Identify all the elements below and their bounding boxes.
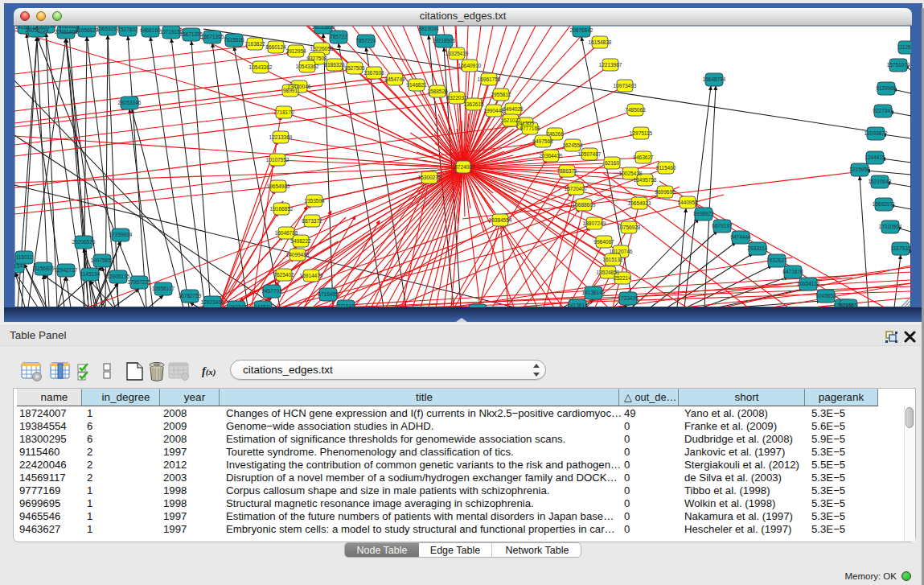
svg-text:10107552: 10107552 — [266, 157, 290, 163]
svg-text:16961758: 16961758 — [478, 76, 501, 82]
svg-text:9146821: 9146821 — [406, 82, 427, 88]
svg-text:10958117: 10958117 — [152, 286, 175, 291]
svg-text:2933114: 2933114 — [748, 245, 768, 251]
svg-text:1145194: 1145194 — [80, 271, 101, 277]
svg-text:16046788: 16046788 — [275, 230, 298, 236]
svg-text:2009140: 2009140 — [35, 26, 56, 29]
svg-text:1244415: 1244415 — [864, 154, 885, 160]
svg-text:1624554: 1624554 — [562, 142, 583, 148]
svg-text:7857224: 7857224 — [355, 38, 376, 43]
svg-text:15751074: 15751074 — [887, 62, 910, 68]
svg-text:1167533: 1167533 — [891, 245, 911, 251]
svg-text:10756928: 10756928 — [618, 225, 641, 230]
svg-text:8471676: 8471676 — [782, 269, 803, 274]
svg-text:19654985: 19654985 — [267, 183, 290, 189]
svg-text:16033809: 16033809 — [312, 26, 335, 30]
svg-text:7632621: 7632621 — [766, 257, 787, 263]
svg-text:9463627: 9463627 — [633, 154, 654, 160]
svg-text:9227341: 9227341 — [873, 108, 893, 113]
svg-text:17957225: 17957225 — [128, 279, 151, 285]
svg-text:11056829: 11056829 — [76, 27, 99, 33]
svg-text:7163822: 7163822 — [244, 41, 265, 47]
svg-text:16640910: 16640910 — [458, 63, 482, 68]
svg-text:10653267: 10653267 — [97, 26, 120, 31]
svg-text:18724007: 18724007 — [452, 164, 475, 170]
svg-text:8186328: 8186328 — [324, 62, 345, 68]
svg-text:20091406: 20091406 — [55, 29, 78, 35]
svg-text:1292347: 1292347 — [226, 304, 247, 307]
svg-text:12213967: 12213967 — [599, 62, 622, 68]
svg-text:16210643: 16210643 — [869, 179, 892, 184]
svg-text:3716485: 3716485 — [318, 291, 339, 297]
svg-text:13524851: 13524851 — [597, 270, 620, 275]
svg-text:17010504: 17010504 — [879, 224, 902, 229]
svg-text:1527602: 1527602 — [117, 27, 138, 32]
svg-text:17359924: 17359924 — [109, 232, 133, 237]
svg-text:13325419: 13325419 — [446, 51, 469, 56]
svg-text:16671355: 16671355 — [180, 31, 203, 37]
svg-text:15300273: 15300273 — [418, 175, 441, 180]
svg-text:1440953: 1440953 — [677, 200, 698, 205]
svg-text:1362615: 1362615 — [463, 101, 484, 107]
svg-text:10507487: 10507487 — [578, 151, 602, 157]
svg-text:20876842: 20876842 — [570, 27, 593, 33]
svg-text:20206576: 20206576 — [72, 239, 96, 245]
svg-text:9699695: 9699695 — [655, 189, 676, 195]
svg-text:1413614: 1413614 — [567, 303, 588, 307]
svg-text:3912954: 3912954 — [285, 48, 306, 54]
svg-text:1615132: 1615132 — [602, 257, 623, 262]
svg-text:9984067: 9984067 — [593, 239, 614, 245]
svg-text:9457791: 9457791 — [261, 288, 282, 294]
svg-text:8322037: 8322037 — [446, 95, 467, 101]
svg-text:6497568: 6497568 — [532, 138, 553, 144]
svg-text:6466160: 6466160 — [140, 27, 161, 33]
svg-text:2718170: 2718170 — [273, 109, 294, 115]
svg-text:14099483: 14099483 — [286, 252, 310, 257]
svg-text:6679197: 6679197 — [712, 223, 733, 229]
svg-text:12923466: 12923466 — [201, 299, 224, 305]
svg-text:7955812: 7955812 — [491, 92, 511, 97]
svg-text:10543362: 10543362 — [296, 64, 319, 69]
svg-text:6494028: 6494028 — [503, 106, 524, 112]
svg-text:115011: 115011 — [16, 254, 33, 260]
svg-text:10543362: 10543362 — [249, 64, 273, 70]
svg-text:16671355: 16671355 — [201, 34, 224, 39]
svg-text:19654923: 19654923 — [628, 200, 651, 206]
svg-text:9327508: 9327508 — [306, 56, 327, 61]
svg-text:8938923: 8938923 — [693, 211, 714, 216]
svg-text:19384554: 19384554 — [489, 217, 512, 223]
svg-text:19975857: 19975857 — [91, 257, 114, 263]
svg-text:19166852: 19166852 — [270, 206, 294, 212]
svg-text:8813094: 8813094 — [418, 26, 439, 31]
svg-text:9527505: 9527505 — [344, 65, 365, 71]
svg-text:12942737: 12942737 — [55, 267, 78, 273]
svg-text:18807249: 18807249 — [583, 220, 606, 226]
svg-text:11156829: 11156829 — [32, 266, 55, 271]
svg-text:12905135: 12905135 — [107, 274, 130, 279]
svg-text:371648: 371648 — [337, 303, 355, 307]
svg-text:12213369: 12213369 — [269, 134, 293, 140]
svg-text:9474444: 9474444 — [730, 234, 751, 240]
svg-text:8873372: 8873372 — [302, 218, 322, 224]
svg-text:10120746: 10120746 — [610, 249, 633, 254]
svg-text:1112674: 1112674 — [897, 44, 911, 50]
svg-text:13226058: 13226058 — [310, 46, 334, 51]
svg-text:16648784: 16648784 — [703, 76, 726, 82]
svg-text:746266: 746266 — [546, 131, 564, 137]
svg-text:39154: 39154 — [14, 263, 23, 269]
svg-text:785722: 785722 — [330, 34, 347, 39]
svg-text:5498222: 5498222 — [290, 238, 311, 244]
svg-text:10973493: 10973493 — [614, 83, 637, 89]
svg-text:10025438: 10025438 — [619, 171, 643, 176]
svg-text:15692971: 15692971 — [873, 201, 896, 207]
svg-text:1353594: 1353594 — [304, 198, 325, 204]
svg-text:9245652: 9245652 — [815, 293, 836, 299]
svg-text:16914479: 16914479 — [300, 273, 323, 278]
svg-text:20364436: 20364436 — [540, 153, 563, 159]
svg-text:16782759: 16782759 — [179, 293, 202, 299]
svg-text:1990448: 1990448 — [483, 108, 504, 113]
svg-text:7886372: 7886372 — [556, 168, 577, 174]
svg-text:14136141: 14136141 — [582, 290, 606, 295]
svg-text:62160: 62160 — [605, 160, 619, 166]
svg-text:252214: 252214 — [614, 275, 631, 281]
